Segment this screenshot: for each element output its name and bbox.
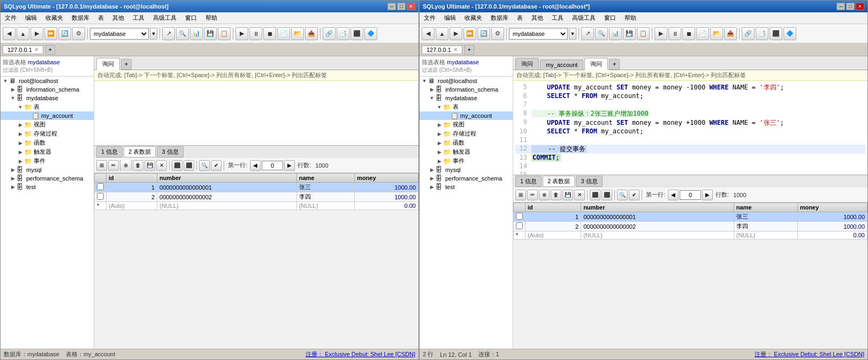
- tree-toggle-test[interactable]: ▶: [9, 183, 17, 191]
- right-dt-btn-6[interactable]: ✕: [574, 190, 585, 200]
- right-tree-procs[interactable]: ▶ 📁 存储过程: [420, 129, 513, 138]
- left-dt-btn-2[interactable]: ✏: [108, 160, 119, 171]
- right-dt-btn-5[interactable]: 💾: [562, 190, 573, 200]
- right-toggle-funcs[interactable]: ▶: [436, 139, 443, 147]
- tb-btn-9[interactable]: 📊: [190, 27, 203, 40]
- right-menu-table[interactable]: 表: [515, 13, 525, 23]
- right-dt-check[interactable]: ✔: [629, 190, 639, 200]
- tree-item-myaccount[interactable]: 📋 my_account: [1, 111, 94, 120]
- right-tb-btn-3[interactable]: ▶: [450, 27, 462, 40]
- left-btab-tabledata[interactable]: 2 表数据: [124, 146, 156, 158]
- right-toggle-test[interactable]: ▶: [428, 183, 436, 191]
- col-name[interactable]: name: [296, 174, 354, 183]
- tb-btn-4[interactable]: ⏩: [44, 27, 57, 40]
- right-close-btn[interactable]: ✕: [856, 3, 864, 10]
- left-dt-btn-8[interactable]: ⬛: [184, 160, 194, 171]
- tree-item-triggers[interactable]: ▶ 📁 触发器: [1, 147, 94, 156]
- right-col-name[interactable]: name: [734, 203, 797, 212]
- tb-btn-10[interactable]: 💾: [204, 27, 217, 40]
- left-db-select[interactable]: mydatabase: [90, 28, 149, 40]
- tb-btn-19[interactable]: 📑: [337, 27, 349, 40]
- right-tree-root[interactable]: ▼ 🖥 root@localhost: [420, 77, 513, 85]
- right-tb-btn-10[interactable]: 💾: [623, 27, 636, 40]
- tree-item-root[interactable]: ▼ 🖥 root@localhost: [1, 77, 94, 85]
- right-tree-events[interactable]: ▶ 📁 事件: [420, 156, 513, 166]
- right-db-arrow[interactable]: ▼: [569, 28, 576, 40]
- tb-btn-21[interactable]: 🔷: [364, 27, 377, 40]
- left-dt-btn-1[interactable]: ⊞: [96, 160, 107, 171]
- left-minimize-btn[interactable]: ─: [387, 3, 396, 10]
- right-tb-btn-20[interactable]: ⬛: [770, 27, 782, 40]
- right-row-checkbox[interactable]: [516, 213, 523, 220]
- right-menu-file[interactable]: 文件: [422, 13, 438, 23]
- right-row-checkbox2[interactable]: [516, 222, 523, 229]
- tb-btn-2[interactable]: ▲: [17, 27, 29, 40]
- right-dt-btn-2[interactable]: ✏: [527, 190, 538, 200]
- left-dt-firstrow-input[interactable]: [262, 161, 283, 170]
- right-tree-infoschema[interactable]: ▶ 🗄 information_schema: [420, 85, 513, 94]
- right-sql-editor[interactable]: 5 UPDATE my_account SET money = money -1…: [513, 81, 867, 175]
- right-dt-prev[interactable]: ◀: [668, 190, 679, 200]
- tree-toggle-mydatabase[interactable]: ▼: [9, 94, 17, 102]
- right-toggle-infoschema[interactable]: ▶: [428, 86, 436, 93]
- right-col-id[interactable]: id: [526, 203, 581, 212]
- right-status-note[interactable]: 注册： Exclusive Debut: Shel Lee [CSDN]: [755, 350, 864, 358]
- right-tb-btn-18[interactable]: 🔗: [742, 27, 755, 40]
- left-status-note[interactable]: 注册： Exclusive Debut: Shel Lee [CSDN]: [306, 350, 415, 358]
- right-toggle-tables[interactable]: ▼: [436, 103, 443, 111]
- left-dt-btn-4[interactable]: 🗑: [133, 160, 143, 171]
- tree-toggle-perfschema[interactable]: ▶: [9, 175, 17, 182]
- right-tb-btn-17[interactable]: 📤: [724, 27, 737, 40]
- right-tree-perfschema[interactable]: ▶ 🗄 performance_schema: [420, 174, 513, 183]
- tree-item-funcs[interactable]: ▶ 📁 函数: [1, 138, 94, 147]
- right-menu-edit[interactable]: 编辑: [442, 13, 458, 23]
- right-toggle-mydatabase[interactable]: ▼: [428, 94, 436, 102]
- right-tab-query1[interactable]: 询问: [515, 58, 539, 70]
- tree-item-perfschema[interactable]: ▶ 🗄 performance_schema: [1, 174, 94, 183]
- right-tb-btn-15[interactable]: 📄: [696, 27, 709, 40]
- right-tb-btn-19[interactable]: 📑: [756, 27, 768, 40]
- tree-item-mysql[interactable]: ▶ 🗄 mysql: [1, 166, 94, 174]
- tb-btn-7[interactable]: ↗: [162, 27, 175, 40]
- left-btab-info3[interactable]: 3 信息: [157, 146, 183, 158]
- left-db-arrow[interactable]: ▼: [150, 28, 157, 40]
- right-tree-myaccount[interactable]: 📋 my_account: [420, 111, 513, 120]
- right-btab-tabledata[interactable]: 2 表数据: [543, 176, 575, 187]
- right-dt-filter[interactable]: 🔍: [617, 190, 628, 200]
- right-menu-help[interactable]: 帮助: [622, 13, 638, 23]
- right-table-row[interactable]: 1 0000000000000001 张三 1000.00: [514, 212, 867, 222]
- right-toggle-views[interactable]: ▶: [436, 121, 443, 129]
- right-toggle-triggers[interactable]: ▶: [436, 148, 443, 156]
- left-menu-tools[interactable]: 工具: [131, 13, 147, 23]
- right-tab-close[interactable]: ✕: [453, 47, 458, 52]
- right-col-money[interactable]: money: [797, 203, 867, 212]
- tb-btn-13[interactable]: ⏸: [249, 27, 262, 40]
- tree-toggle-infoschema[interactable]: ▶: [9, 86, 17, 93]
- left-dt-next[interactable]: ▶: [284, 160, 295, 171]
- right-dt-btn-7[interactable]: ⬛: [590, 190, 600, 200]
- col-id[interactable]: id: [106, 174, 157, 183]
- right-tb-btn-6[interactable]: ⚙: [491, 27, 504, 40]
- left-query-tab[interactable]: 询问: [96, 58, 120, 70]
- left-dt-btn-7[interactable]: ⬛: [172, 160, 182, 171]
- right-toggle-root[interactable]: ▼: [421, 77, 428, 85]
- tb-btn-14[interactable]: ⏹: [263, 27, 276, 40]
- left-dt-btn-5[interactable]: 💾: [144, 160, 155, 171]
- tree-item-procs[interactable]: ▶ 📁 存储过程: [1, 129, 94, 138]
- right-tb-btn-13[interactable]: ⏸: [668, 27, 681, 40]
- table-row[interactable]: 2 0000000000000002 李四 1000.00: [95, 192, 418, 202]
- right-menu-fav[interactable]: 收藏夹: [462, 13, 484, 23]
- table-row[interactable]: 1 0000000000000001 张三 1000.00: [95, 183, 418, 192]
- right-tab-myaccount[interactable]: my_account: [540, 59, 583, 70]
- right-dt-btn-8[interactable]: ⬛: [601, 190, 612, 200]
- tb-btn-5[interactable]: 🔄: [58, 27, 71, 40]
- right-table-row-new[interactable]: * (Auto) (NULL) (NULL) 0.00: [514, 231, 867, 239]
- right-tree-test[interactable]: ▶ 🗄 test: [420, 183, 513, 191]
- right-tb-btn-21[interactable]: 🔷: [783, 27, 796, 40]
- left-menu-db[interactable]: 数据库: [70, 13, 92, 23]
- tree-toggle-procs[interactable]: ▶: [17, 130, 24, 138]
- right-tb-btn-12[interactable]: ▶: [654, 27, 667, 40]
- left-dt-btn-6[interactable]: ✕: [156, 160, 167, 171]
- tb-btn-3[interactable]: ▶: [31, 27, 43, 40]
- right-tree-triggers[interactable]: ▶ 📁 触发器: [420, 147, 513, 156]
